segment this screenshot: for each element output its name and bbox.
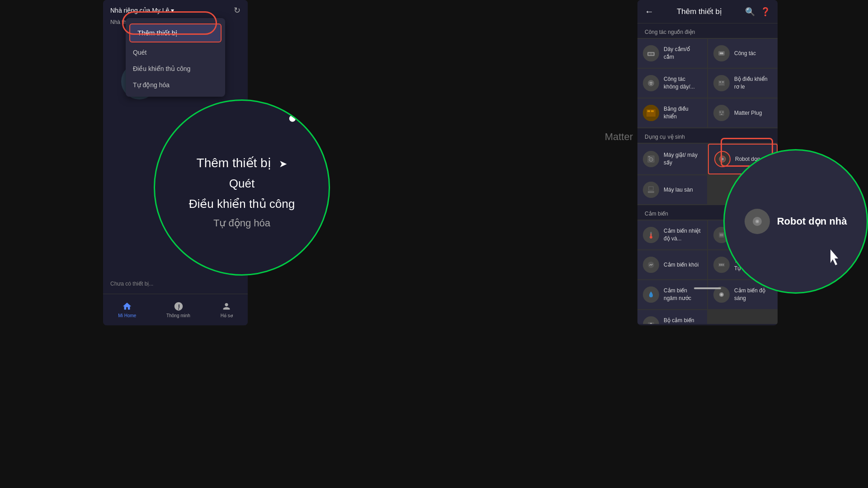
help-icon[interactable]: ❓: [760, 7, 770, 17]
svg-rect-35: [649, 187, 653, 190]
panel-icon: [643, 105, 659, 121]
zoom-circle-right: Robot dọn nhà: [723, 149, 868, 294]
device-temp-sensor[interactable]: Cảm biến nhiệt độ và...: [637, 221, 707, 249]
device-motion-sensor[interactable]: Bộ cảm biến tính và động: [637, 310, 707, 324]
device-wireless-switch[interactable]: Công tác không dây/...: [637, 69, 707, 98]
refresh-icon[interactable]: ↻: [234, 5, 241, 15]
svg-rect-44: [719, 264, 721, 266]
switch-icon: [713, 45, 730, 61]
svg-rect-26: [721, 114, 722, 115]
dropdown-small: Thêm thiết bị Quét Điều khiển thủ công T…: [126, 18, 225, 97]
matter-plug-label: Matter Plug: [734, 109, 762, 117]
smoke-sensor-icon: [643, 257, 659, 273]
device-switch[interactable]: Công tác: [708, 39, 778, 68]
device-water-sensor[interactable]: Cảm biến ngâm nước: [637, 280, 707, 309]
svg-rect-39: [651, 234, 651, 236]
device-mop[interactable]: Máy lau sàn: [637, 175, 707, 204]
svg-rect-10: [652, 53, 653, 55]
robot-vacuum-icon: [714, 151, 731, 167]
svg-point-33: [722, 159, 723, 160]
water-sensor-icon: [643, 286, 659, 303]
zoom-manual-control[interactable]: Điều khiển thủ công: [178, 197, 306, 211]
svg-point-29: [650, 159, 652, 160]
motion-sensor-icon: [643, 316, 659, 324]
svg-point-14: [651, 84, 652, 85]
device-relay[interactable]: Bộ điều khiển rơ le: [708, 69, 778, 98]
motion-sensor-label: Bộ cảm biến tính và động: [664, 317, 702, 324]
washer-icon: [643, 151, 659, 167]
automation-small[interactable]: Tự động hóa: [126, 77, 225, 93]
manual-control-small[interactable]: Điều khiển thủ công: [126, 61, 225, 77]
svg-rect-36: [648, 191, 654, 193]
zoom-add-device[interactable]: Thêm thiết bị ➤: [178, 155, 306, 170]
section-power-switch: Công tác nguồn điện: [637, 23, 778, 38]
bottom-nav-small: Mi Home Thông minh Hồ sơ: [103, 294, 248, 325]
zoom-status-bar: ⬤ ▐▌▐: [289, 114, 311, 122]
signal-icon: ▐▌▐: [299, 115, 311, 121]
matter-text-bg: Matter: [605, 131, 633, 143]
matter-plug-icon: [713, 105, 730, 121]
svg-rect-45: [721, 264, 722, 266]
svg-rect-41: [720, 234, 723, 236]
relay-label: Bộ điều khiển rơ le: [734, 75, 772, 91]
panel-label: Bảng điều khiển: [664, 105, 702, 121]
device-panel[interactable]: Bảng điều khiển: [637, 99, 707, 127]
wireless-switch-icon: [643, 75, 659, 91]
robot-zoom-text: Robot dọn nhà: [777, 215, 847, 228]
water-sensor-label: Cảm biến ngâm nước: [664, 287, 702, 302]
svg-point-24: [720, 112, 721, 113]
device-washer[interactable]: Máy giặt/ máy sấy: [637, 144, 707, 174]
light-sensor-label: Cảm biến độ sáng: [734, 287, 772, 302]
back-button[interactable]: ←: [645, 6, 654, 17]
smoke-sensor-label: Cảm biến khói: [664, 261, 698, 269]
switch-label: Công tác: [734, 50, 756, 57]
svg-rect-17: [722, 81, 724, 83]
device-matter-plug[interactable]: Matter Plug: [708, 99, 778, 127]
section-cleaning: Dụng cụ vệ sinh: [637, 128, 778, 143]
no-device-text-small: Chưa có thiết bị...: [110, 281, 153, 287]
power-strip-icon: [643, 45, 659, 61]
svg-rect-9: [651, 53, 651, 55]
mop-label: Máy lau sàn: [664, 186, 693, 194]
bluetooth-icon: ⬤: [289, 114, 296, 122]
scroll-indicator: [694, 287, 721, 289]
home-name-small: Nhà riêng của My Lê ▾: [110, 7, 174, 14]
mop-icon: [643, 182, 659, 198]
scan-small[interactable]: Quét: [126, 44, 225, 61]
cursor-pointer-1: ➤: [279, 158, 287, 170]
right-panel-header: ← Thêm thiết bị 🔍 ❓: [637, 0, 778, 23]
svg-rect-23: [719, 110, 724, 116]
zoom-circle-large: ⬤ ▐▌▐ Thêm thiết bị ➤ Quét Điều khiển th…: [154, 99, 330, 276]
svg-rect-18: [719, 84, 724, 84]
svg-rect-30: [648, 156, 650, 157]
svg-rect-12: [720, 52, 723, 54]
small-phone-header: Nhà riêng của My Lê ▾ ↻: [103, 0, 248, 19]
add-device-small[interactable]: Thêm thiết bị: [129, 23, 222, 42]
washer-label: Máy giặt/ máy sấy: [664, 151, 702, 167]
zoom-automation[interactable]: Tự động hóa: [178, 217, 306, 229]
svg-rect-8: [649, 53, 650, 55]
svg-rect-15: [718, 80, 725, 86]
nav-profile[interactable]: Hồ sơ: [221, 301, 233, 318]
zoom-right-robot: Robot dọn nhà: [736, 200, 856, 243]
svg-point-48: [721, 294, 723, 296]
wireless-switch-label: Công tác không dây/...: [664, 75, 702, 91]
temp-sensor-label: Cảm biến nhiệt độ và...: [664, 227, 702, 243]
svg-point-25: [722, 112, 724, 113]
power-devices-grid: Dây cắm/ổ cắm Công tác: [637, 38, 778, 128]
nav-smart-home[interactable]: Thông minh: [166, 301, 190, 318]
power-strip-label: Dây cắm/ổ cắm: [664, 46, 702, 61]
panel-title: Thêm thiết bị: [659, 7, 740, 16]
panel-header-icons: 🔍 ❓: [745, 7, 770, 17]
svg-point-53: [756, 221, 758, 222]
zoom-scan[interactable]: Quét: [178, 177, 306, 191]
svg-rect-22: [651, 110, 654, 112]
cursor-right: [828, 249, 842, 267]
svg-point-13: [648, 80, 654, 86]
device-power-strip[interactable]: Dây cắm/ổ cắm: [637, 39, 707, 68]
device-smoke-sensor[interactable]: Cảm biến khói: [637, 250, 707, 279]
search-icon[interactable]: 🔍: [745, 7, 755, 17]
svg-rect-16: [719, 81, 721, 83]
relay-icon: [713, 75, 730, 91]
nav-mi-home[interactable]: Mi Home: [118, 301, 136, 318]
